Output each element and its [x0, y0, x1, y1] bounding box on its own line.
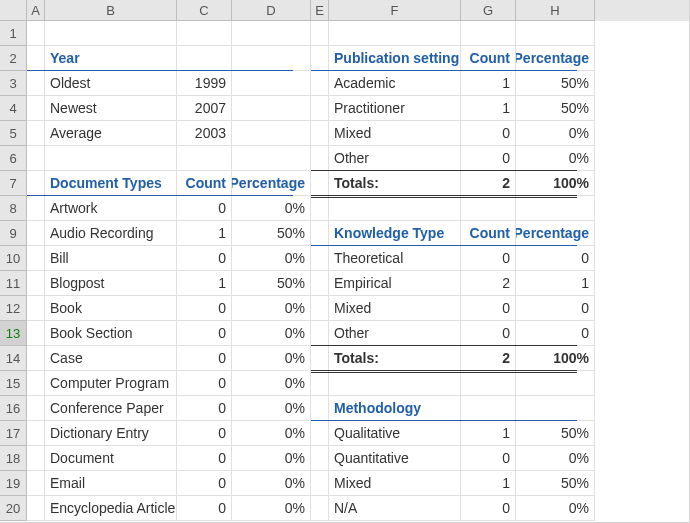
methodology-label[interactable]: Mixed: [329, 471, 461, 496]
knowledge-count[interactable]: 2: [461, 271, 516, 296]
methodology-count[interactable]: 1: [461, 471, 516, 496]
cell[interactable]: [329, 21, 461, 46]
cell[interactable]: [311, 446, 329, 471]
cell[interactable]: [27, 421, 45, 446]
year-label[interactable]: Newest: [45, 96, 177, 121]
cell[interactable]: [461, 396, 516, 421]
cell[interactable]: [27, 371, 45, 396]
cell[interactable]: [45, 146, 177, 171]
row-header-13[interactable]: 13: [0, 321, 27, 346]
cell[interactable]: [27, 446, 45, 471]
cell[interactable]: [329, 196, 461, 221]
year-label[interactable]: Average: [45, 121, 177, 146]
doctypes-header[interactable]: Document Types: [45, 171, 177, 196]
doctypes-label[interactable]: Book: [45, 296, 177, 321]
cell[interactable]: [311, 496, 329, 521]
cell[interactable]: [27, 146, 45, 171]
cell[interactable]: [461, 371, 516, 396]
row-header-5[interactable]: 5: [0, 121, 27, 146]
cell[interactable]: [45, 21, 177, 46]
row-header-16[interactable]: 16: [0, 396, 27, 421]
doctypes-count[interactable]: 0: [177, 296, 232, 321]
doctypes-pct-header[interactable]: Percentage: [232, 171, 311, 196]
cell[interactable]: [329, 371, 461, 396]
cell[interactable]: [516, 371, 595, 396]
cell[interactable]: [232, 96, 311, 121]
doctypes-count[interactable]: 0: [177, 421, 232, 446]
row-header-14[interactable]: 14: [0, 346, 27, 371]
col-header-A[interactable]: A: [27, 0, 45, 21]
doctypes-count[interactable]: 0: [177, 246, 232, 271]
col-header-B[interactable]: B: [45, 0, 177, 21]
year-value[interactable]: 2007: [177, 96, 232, 121]
cell[interactable]: [516, 196, 595, 221]
cell[interactable]: [27, 271, 45, 296]
cell[interactable]: [27, 246, 45, 271]
cell[interactable]: [311, 246, 329, 271]
col-header-E[interactable]: E: [311, 0, 329, 21]
pubsetting-count[interactable]: 0: [461, 121, 516, 146]
methodology-label[interactable]: Qualitative: [329, 421, 461, 446]
doctypes-label[interactable]: Book Section: [45, 321, 177, 346]
pubsetting-label[interactable]: Mixed: [329, 121, 461, 146]
methodology-pct[interactable]: 0%: [516, 446, 595, 471]
cell[interactable]: [27, 346, 45, 371]
row-header-4[interactable]: 4: [0, 96, 27, 121]
cell[interactable]: [311, 396, 329, 421]
knowledge-label[interactable]: Empirical: [329, 271, 461, 296]
methodology-count[interactable]: 0: [461, 446, 516, 471]
doctypes-pct[interactable]: 50%: [232, 271, 311, 296]
row-header-9[interactable]: 9: [0, 221, 27, 246]
doctypes-label[interactable]: Artwork: [45, 196, 177, 221]
methodology-pct[interactable]: 50%: [516, 471, 595, 496]
doctypes-pct[interactable]: 0%: [232, 196, 311, 221]
doctypes-label[interactable]: Case: [45, 346, 177, 371]
cell[interactable]: [27, 471, 45, 496]
col-header-H[interactable]: H: [516, 0, 595, 21]
knowledge-pct[interactable]: 0: [516, 321, 595, 346]
pubsetting-count[interactable]: 1: [461, 96, 516, 121]
row-header-2[interactable]: 2: [0, 46, 27, 71]
year-label[interactable]: Oldest: [45, 71, 177, 96]
cell[interactable]: [177, 46, 232, 71]
knowledge-label[interactable]: Other: [329, 321, 461, 346]
cell[interactable]: [27, 221, 45, 246]
knowledge-pct[interactable]: 1: [516, 271, 595, 296]
cell[interactable]: [461, 196, 516, 221]
pubsetting-totals-count[interactable]: 2: [461, 171, 516, 196]
methodology-label[interactable]: N/A: [329, 496, 461, 521]
knowledge-totals-label[interactable]: Totals:: [329, 346, 461, 371]
pubsetting-label[interactable]: Practitioner: [329, 96, 461, 121]
knowledge-header[interactable]: Knowledge Type: [329, 221, 461, 246]
cell[interactable]: [311, 471, 329, 496]
cell[interactable]: [232, 46, 311, 71]
row-header-1[interactable]: 1: [0, 21, 27, 46]
methodology-count[interactable]: 0: [461, 496, 516, 521]
cell[interactable]: [311, 196, 329, 221]
knowledge-count-header[interactable]: Count: [461, 221, 516, 246]
cell[interactable]: [27, 496, 45, 521]
pubsetting-count-header[interactable]: Count: [461, 46, 516, 71]
methodology-header[interactable]: Methodology: [329, 396, 461, 421]
col-header-C[interactable]: C: [177, 0, 232, 21]
doctypes-count[interactable]: 0: [177, 196, 232, 221]
cell[interactable]: [27, 171, 45, 196]
cell[interactable]: [461, 21, 516, 46]
doctypes-pct[interactable]: 0%: [232, 471, 311, 496]
cell[interactable]: [311, 46, 329, 71]
cell[interactable]: [311, 421, 329, 446]
doctypes-pct[interactable]: 0%: [232, 371, 311, 396]
doctypes-pct[interactable]: 50%: [232, 221, 311, 246]
select-all-corner[interactable]: [0, 0, 27, 21]
pubsetting-count[interactable]: 1: [461, 71, 516, 96]
cell[interactable]: [232, 21, 311, 46]
cell[interactable]: [311, 71, 329, 96]
cell[interactable]: [311, 96, 329, 121]
doctypes-pct[interactable]: 0%: [232, 346, 311, 371]
grid-area[interactable]: YearPublication settingCountPercentageOl…: [27, 21, 689, 522]
methodology-label[interactable]: Quantitative: [329, 446, 461, 471]
col-header-D[interactable]: D: [232, 0, 311, 21]
doctypes-label[interactable]: Document: [45, 446, 177, 471]
year-header[interactable]: Year: [45, 46, 177, 71]
doctypes-label[interactable]: Conference Paper: [45, 396, 177, 421]
